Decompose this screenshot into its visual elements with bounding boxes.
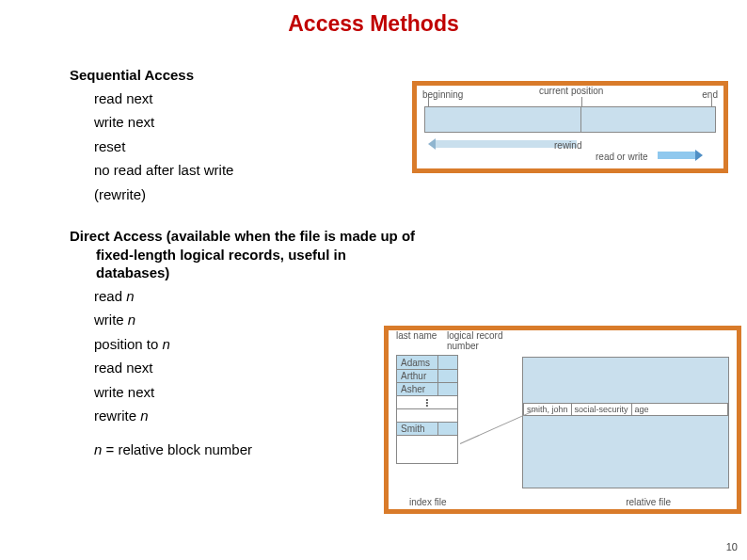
relative-file: smith, john social-security age [522, 357, 729, 488]
seq-op: (rewrite) [94, 183, 446, 207]
label-end: end [702, 89, 718, 100]
label-current-position: current position [539, 86, 603, 96]
relative-record: smith, john social-security age [523, 403, 728, 416]
readwrite-arrow-icon [658, 152, 695, 159]
label-index-file: index file [409, 497, 446, 507]
tape [424, 106, 716, 133]
label-logical-record: logical record number [447, 330, 502, 351]
page-number: 10 [726, 541, 738, 552]
sequential-figure: beginning current position end rewind re… [412, 81, 728, 173]
sequential-heading: Sequential Access [70, 66, 446, 85]
direct-heading: Direct Access (available when the file i… [70, 227, 418, 282]
label-lastname: last name [396, 330, 437, 341]
idx-cell: Smith [397, 423, 438, 435]
seq-op: read next [94, 87, 446, 111]
label-rewind: rewind [554, 140, 581, 151]
index-figure: last name logical record number Adams Ar… [384, 326, 741, 514]
index-table: Adams Arthur Asher ••• Smith [396, 355, 458, 464]
direct-op: read n [94, 284, 446, 309]
seq-op: write next [94, 110, 446, 135]
seq-op: reset [94, 135, 446, 159]
idx-cell: Arthur [397, 370, 438, 382]
label-relative-file: relative file [626, 497, 671, 507]
idx-cell: Asher [397, 383, 438, 395]
page-title: Access Methods [0, 11, 747, 37]
seq-op: no read after last write [94, 158, 446, 183]
idx-cell: Adams [397, 356, 438, 369]
label-read-or-write: read or write [596, 152, 648, 162]
